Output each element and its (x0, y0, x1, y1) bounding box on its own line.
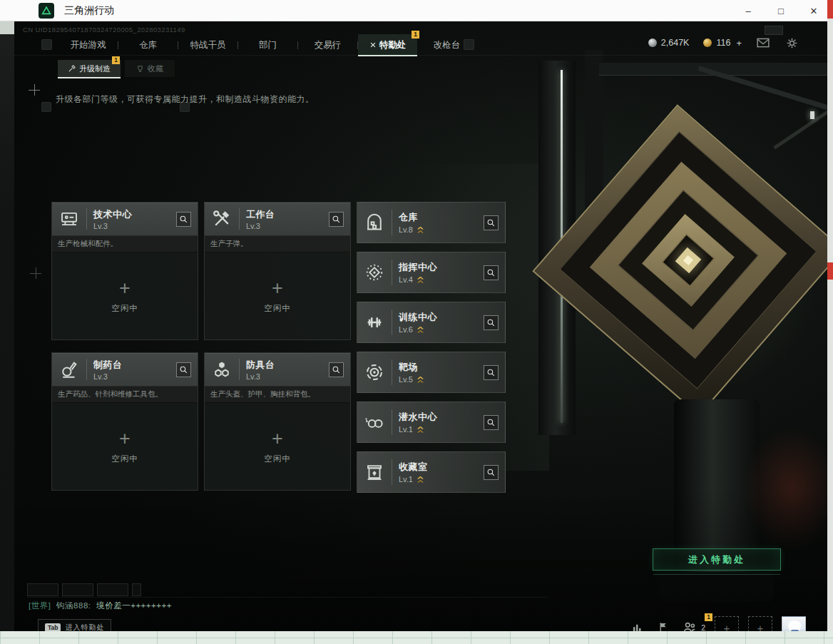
tools-icon (369, 41, 377, 48)
station-level: Lv.3 (246, 372, 275, 381)
minimize-button[interactable]: – (732, 0, 765, 21)
station-name: 防具台 (246, 359, 275, 372)
core-cube (532, 104, 827, 416)
station-level: Lv.3 (93, 222, 132, 230)
facility-name: 训练中心 (399, 311, 437, 324)
magnifier-icon (332, 365, 341, 374)
app-window: 三角洲行动 – □ ✕ (0, 0, 833, 644)
inspect-button[interactable] (176, 362, 191, 377)
inspect-button[interactable] (484, 315, 499, 330)
key-hint-box (41, 39, 52, 50)
maximize-button[interactable]: □ (765, 0, 797, 21)
tab-warehouse[interactable]: 仓库 (118, 34, 178, 56)
party-slot-button[interactable]: + (715, 616, 739, 631)
station-header[interactable]: 技术中心 Lv.3 (52, 203, 198, 236)
production-grid: 技术中心 Lv.3 生产枪械和配件。 + 空闲中 (51, 202, 351, 491)
sub-nav: 升级制造 1 收藏 (14, 60, 827, 78)
mail-icon (757, 38, 770, 48)
add-currency-button[interactable]: + (736, 38, 742, 48)
chat-message[interactable]: [世界] 钩涵888: 境价差一++++++++ (29, 600, 172, 611)
facility-card-shooting-range[interactable]: 靶场 Lv.5 (357, 352, 506, 393)
magnifier-icon (179, 215, 188, 224)
station-level: Lv.3 (93, 372, 123, 381)
flag-button[interactable] (655, 619, 672, 631)
friends-badge: 1 (705, 613, 712, 621)
inspect-button[interactable] (484, 215, 499, 230)
inspect-button[interactable] (329, 212, 344, 227)
stats-button[interactable] (628, 619, 645, 631)
crop-mark (30, 267, 41, 279)
facility-level: Lv.1 (399, 475, 413, 484)
station-level: Lv.3 (246, 222, 275, 230)
magnifier-icon (486, 318, 496, 327)
inspect-button[interactable] (484, 415, 499, 430)
facility-level: Lv.4 (399, 275, 413, 284)
facility-level: Lv.1 (399, 425, 413, 434)
facility-card-training-center[interactable]: 训练中心 Lv.6 (357, 302, 506, 343)
background-scrollbar (827, 0, 833, 631)
craft-icon (68, 65, 76, 73)
stats-bars-icon (630, 620, 644, 631)
tab-departments[interactable]: 部门 (238, 34, 297, 56)
party-slot-button[interactable]: + (748, 616, 772, 631)
upgrade-available-icon (417, 426, 424, 433)
inspect-button[interactable] (176, 212, 191, 227)
collapse-button[interactable] (765, 26, 783, 35)
inspect-button[interactable] (329, 362, 344, 377)
station-header[interactable]: 防具台 Lv.3 (205, 353, 350, 387)
currency-bar: 2,647K 116 + (648, 37, 799, 48)
command-center-icon (357, 262, 392, 283)
player-avatar[interactable] (782, 616, 806, 631)
settings-button[interactable] (785, 37, 799, 48)
station-status: 空闲中 (111, 454, 138, 464)
robot-arm (773, 96, 827, 149)
inspect-button[interactable] (484, 365, 499, 380)
facility-list: 仓库 Lv.8 指挥中心 Lv.4 (357, 202, 506, 501)
subtab-collection[interactable]: 收藏 (125, 60, 175, 77)
friends-button[interactable]: 2 1 (681, 620, 705, 631)
section-description: 升级各部门等级，可获得专属能力提升，和制造战斗物资的能力。 (56, 93, 315, 106)
tab-operators[interactable]: 特战干员 (178, 34, 237, 56)
magnifier-icon (486, 268, 496, 277)
friends-count: 2 (701, 623, 705, 631)
production-card-workbench: 工作台 Lv.3 生产子弹。 + 空闲中 (204, 202, 351, 340)
tab-trading[interactable]: 交易行 (298, 34, 357, 56)
tech-center-icon (52, 208, 86, 230)
mail-button[interactable] (756, 37, 770, 48)
close-button[interactable]: ✕ (797, 0, 830, 21)
inspect-button[interactable] (484, 465, 499, 480)
workbench-icon (205, 208, 239, 230)
production-slot[interactable]: + 空闲中 (205, 403, 350, 490)
station-status: 空闲中 (264, 454, 291, 464)
inspect-button[interactable] (484, 265, 499, 280)
station-description: 生产枪械和配件。 (52, 236, 198, 252)
plus-icon: + (272, 429, 283, 449)
facility-card-collection-room[interactable]: 收藏室 Lv.1 (357, 451, 506, 493)
collection-room-icon (357, 461, 392, 483)
facility-card-command-center[interactable]: 指挥中心 Lv.4 (357, 252, 506, 293)
desktop-edge (0, 34, 14, 631)
window-title: 三角洲行动 (64, 4, 114, 17)
facility-card-warehouse[interactable]: 仓库 Lv.8 (357, 202, 506, 243)
enter-special-service-button[interactable]: 进入特勤处 (653, 548, 781, 571)
magnifier-icon (486, 468, 496, 477)
subtab-upgrade-craft[interactable]: 升级制造 1 (58, 60, 121, 77)
magnifier-icon (179, 365, 188, 374)
chat-history-placeholder (27, 583, 141, 596)
station-header[interactable]: 工作台 Lv.3 (205, 203, 350, 236)
production-slot[interactable]: + 空闲中 (52, 403, 198, 490)
tab-start-game[interactable]: 开始游戏 (58, 34, 118, 56)
silver-currency[interactable]: 2,647K (648, 38, 690, 48)
chat-author: 钩涵888: (56, 601, 91, 610)
plus-icon: + (272, 279, 283, 298)
production-slot[interactable]: + 空闲中 (52, 252, 198, 339)
station-description: 生产药品、针剂和维修工具包。 (52, 387, 198, 403)
production-card-medicine-station: 制药台 Lv.3 生产药品、针剂和维修工具包。 + 空闲中 (51, 352, 198, 491)
station-header[interactable]: 制药台 Lv.3 (52, 353, 198, 387)
enter-chat-button[interactable]: Tab 进入特勤处 (38, 619, 111, 631)
upgrade-available-icon (417, 277, 424, 283)
tab-special-service[interactable]: 特勤处 1 (358, 34, 417, 56)
production-slot[interactable]: + 空闲中 (205, 252, 350, 339)
gold-currency[interactable]: 116 + (703, 38, 742, 48)
facility-card-diving-center[interactable]: 潜水中心 Lv.1 (357, 402, 506, 443)
